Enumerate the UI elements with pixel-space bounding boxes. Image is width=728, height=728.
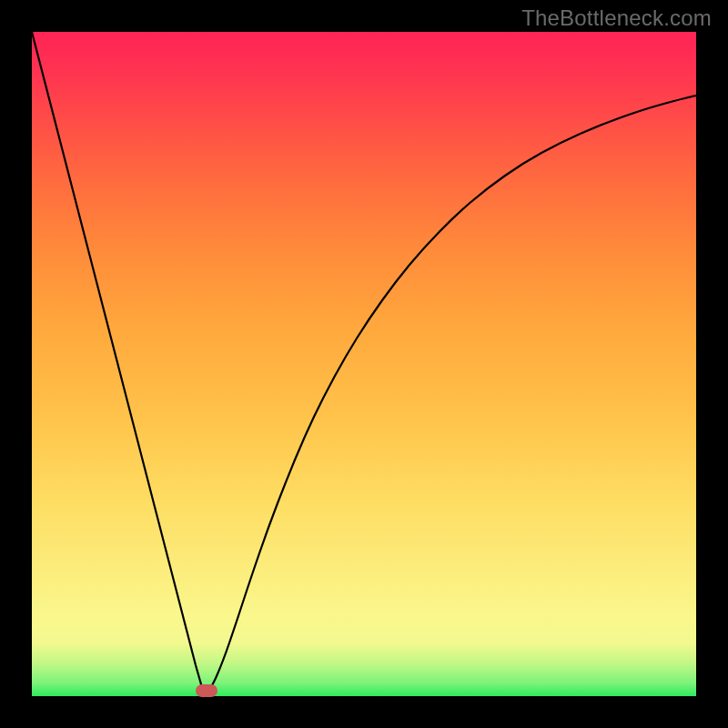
bottleneck-curve [32, 32, 696, 696]
optimal-point-marker [196, 684, 217, 697]
plot-area [32, 32, 696, 696]
chart-frame: TheBottleneck.com [0, 0, 728, 728]
watermark-text: TheBottleneck.com [521, 5, 712, 31]
